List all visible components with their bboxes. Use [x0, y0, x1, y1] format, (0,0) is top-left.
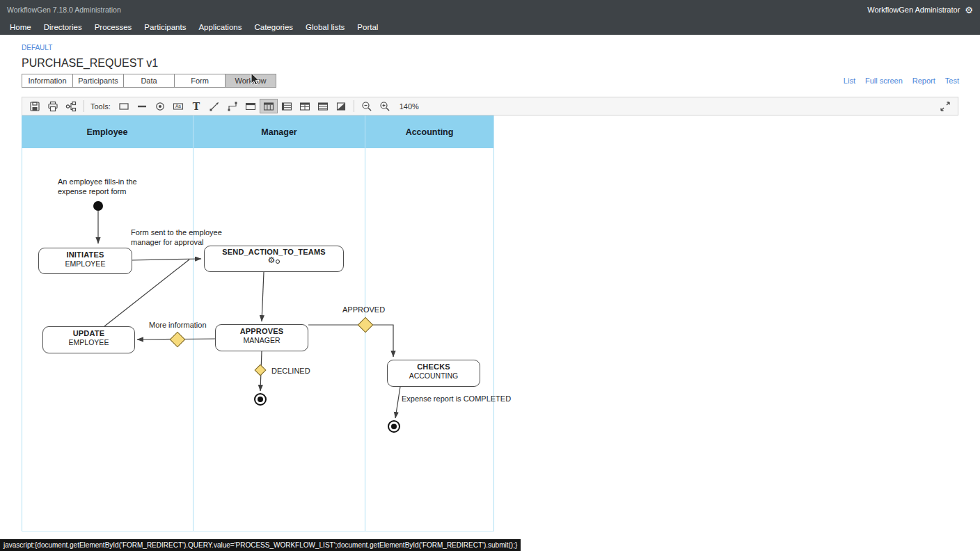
connector-tool-icon: [209, 101, 220, 112]
automation-subgear-icon: [276, 259, 280, 264]
expand-button[interactable]: [936, 99, 954, 113]
node-subtitle: EMPLOYEE: [43, 338, 134, 346]
tab-form[interactable]: Form: [174, 74, 226, 88]
lane-border: [493, 148, 494, 531]
lane-rows-icon: [281, 101, 292, 112]
tools-label: Tools:: [90, 102, 111, 111]
status-bar: javascript:{document.getElementById('FOR…: [0, 539, 521, 551]
node-title: CHECKS: [388, 362, 480, 371]
nav-item-participants[interactable]: Participants: [144, 23, 186, 31]
zoom-in-icon: [379, 101, 390, 112]
line-tool-button[interactable]: [133, 99, 151, 113]
nav-item-home[interactable]: Home: [10, 23, 31, 31]
rectangle-tool-button[interactable]: [115, 99, 133, 113]
gateway-declined[interactable]: [255, 365, 267, 376]
text-tool-button[interactable]: T: [187, 99, 205, 113]
text-tool-icon: T: [191, 101, 202, 112]
line-tool-icon: [136, 101, 148, 112]
breadcrumb[interactable]: DEFAULT: [22, 44, 52, 51]
app-title: WorkflowGen 7.18.0 Administration: [7, 6, 121, 14]
activity-node-checks[interactable]: CHECKS ACCOUNTING: [387, 360, 480, 387]
edge-checks-to-end: [395, 387, 400, 418]
annotation-start-note[interactable]: An employee fills-in the expense report …: [58, 177, 137, 196]
save-button[interactable]: [26, 99, 44, 113]
node-subtitle: EMPLOYEE: [39, 259, 132, 268]
tab-strip: Information Participants Data Form Workf…: [22, 74, 276, 88]
end-node-declined[interactable]: [254, 393, 267, 406]
annotation-completed-note[interactable]: Expense report is COMPLETED: [402, 394, 511, 404]
end-node-completed[interactable]: [388, 420, 400, 433]
node-title: APPROVES: [216, 327, 308, 335]
lane-header-accounting[interactable]: Accounting: [365, 115, 494, 148]
node-subtitle: MANAGER: [216, 336, 308, 344]
activity-node-initiates[interactable]: INITIATES EMPLOYEE: [38, 248, 132, 274]
elbow-connector-tool-button[interactable]: [223, 99, 242, 113]
edge-label-more-information[interactable]: More information: [149, 321, 207, 329]
start-node[interactable]: [93, 201, 103, 211]
nav-item-processes[interactable]: Processes: [95, 23, 132, 31]
lane-border: [365, 148, 365, 531]
activity-node-approves[interactable]: APPROVES MANAGER: [215, 324, 308, 351]
edge-label-approved[interactable]: APPROVED: [342, 305, 385, 314]
user-name[interactable]: WorkflowGen Administrator: [867, 6, 960, 14]
nav-item-global-lists[interactable]: Global lists: [306, 23, 345, 31]
zoom-level: 140%: [400, 102, 419, 111]
test-link[interactable]: Test: [945, 77, 959, 85]
table-rows-button[interactable]: [314, 99, 332, 113]
nav-item-portal[interactable]: Portal: [357, 23, 378, 31]
settings-gear-icon[interactable]: ⚙: [965, 5, 973, 15]
lane-vertical-button[interactable]: [260, 99, 278, 113]
full-screen-link[interactable]: Full screen: [865, 77, 903, 85]
contrast-button[interactable]: [332, 99, 350, 113]
tab-information[interactable]: Information: [22, 74, 73, 88]
table-rows-icon: [317, 101, 329, 112]
print-button[interactable]: [44, 99, 62, 113]
process-design-button[interactable]: [62, 99, 80, 113]
label-tool-button[interactable]: Aa: [169, 99, 187, 113]
rectangle-tool-icon: [118, 101, 129, 112]
zoom-out-button[interactable]: [358, 99, 376, 113]
lane-horizontal-icon: [245, 101, 256, 112]
label-tool-icon: Aa: [173, 101, 184, 112]
tab-row: Information Participants Data Form Workf…: [22, 74, 959, 88]
gateway-approved[interactable]: [358, 317, 374, 333]
nav-item-applications[interactable]: Applications: [198, 23, 242, 31]
connector-tool-button[interactable]: [205, 99, 223, 113]
nav-item-directories[interactable]: Directories: [44, 23, 82, 31]
page-title: PURCHASE_REQUEST v1: [22, 56, 980, 70]
topbar: WorkflowGen 7.18.0 Administration Workfl…: [0, 0, 980, 19]
annotation-form-note[interactable]: Form sent to the employee manager for ap…: [131, 227, 222, 247]
edge-send-to-approves: [262, 272, 264, 321]
contrast-icon: [335, 101, 347, 112]
tab-data[interactable]: Data: [123, 74, 175, 88]
zoom-out-icon: [361, 101, 372, 112]
workflow-canvas: Employee Manager Accounting An emplo: [0, 115, 980, 541]
activity-node-update[interactable]: UPDATE EMPLOYEE: [42, 326, 135, 353]
start-node-tool-button[interactable]: [151, 99, 169, 113]
save-icon: [29, 101, 40, 112]
tab-workflow[interactable]: Workflow: [225, 74, 276, 88]
lane-rows-button[interactable]: [278, 99, 296, 113]
automation-indicator: ⚙: [205, 255, 343, 264]
lane-header-employee[interactable]: Employee: [22, 115, 193, 148]
report-link[interactable]: Report: [912, 77, 935, 85]
lane-vertical-icon: [263, 101, 274, 112]
lane-horizontal-button[interactable]: [242, 99, 260, 113]
tab-participants[interactable]: Participants: [72, 74, 124, 88]
nav-item-categories[interactable]: Categories: [254, 23, 293, 31]
edge-approves-to-checks: [308, 325, 393, 357]
list-link[interactable]: List: [844, 77, 855, 85]
edge-label-declined[interactable]: DECLINED: [271, 367, 310, 375]
gateway-more-information[interactable]: [170, 332, 186, 348]
table-grid-button[interactable]: [296, 99, 314, 113]
lane-header-manager[interactable]: Manager: [193, 115, 365, 148]
svg-text:T: T: [193, 101, 200, 112]
toolbar-separator: [84, 100, 84, 112]
action-links: List Full screen Report Test: [844, 77, 959, 85]
lane-border: [193, 148, 193, 531]
zoom-in-button[interactable]: [376, 99, 394, 113]
activity-node-send-action-to-teams[interactable]: SEND_ACTION_TO_TEAMS ⚙: [204, 246, 344, 272]
main-nav: Home Directories Processes Participants …: [0, 19, 980, 35]
diagram-toolbar: Tools: Aa T: [22, 97, 958, 115]
automation-gear-icon: ⚙: [268, 255, 276, 265]
